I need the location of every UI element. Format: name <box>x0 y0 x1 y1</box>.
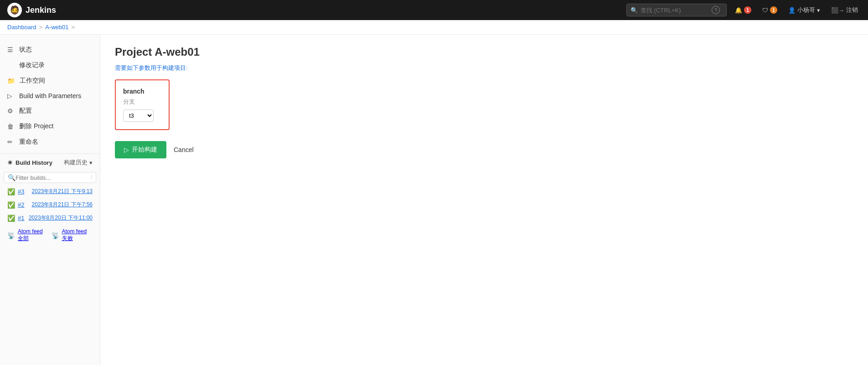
sidebar-label-rename: 重命名 <box>19 138 38 146</box>
filter-slash: / <box>91 174 92 181</box>
sidebar-icon-build-with-params: ▷ <box>7 92 15 100</box>
notifications-button[interactable]: 🔔 1 <box>732 5 754 16</box>
filter-search-icon: 🔍 <box>8 174 16 181</box>
user-menu-button[interactable]: 👤 小杨哥 ▾ <box>785 4 823 16</box>
page-title: Project A-web01 <box>115 46 853 58</box>
build-time-build-2[interactable]: 2023年8月21日 下午7:56 <box>32 201 93 209</box>
build-history-title: ☀ Build History <box>7 159 52 166</box>
build-item-left: ✅ #2 <box>7 201 24 209</box>
user-name: 小杨哥 <box>797 6 815 14</box>
breadcrumb-sep-2: > <box>72 24 75 31</box>
cancel-button[interactable]: Cancel <box>172 142 196 158</box>
sidebar-label-status: 状态 <box>19 46 32 54</box>
breadcrumb-project[interactable]: A-web01 <box>45 24 68 31</box>
param-box: branch 分支 t3maindev <box>115 79 170 130</box>
build-time-build-1[interactable]: 2023年8月20日 下午11:00 <box>29 214 93 222</box>
build-list-item-build-3[interactable]: ✅ #3 2023年8月21日 下午9:13 <box>0 185 100 198</box>
atom-feed-row: 📡 Atom feed 全部 📡 Atom feed 失败 <box>0 225 100 246</box>
sun-icon: ☀ <box>7 159 13 166</box>
sidebar-label-build-with-params: Build with Parameters <box>19 92 81 100</box>
param-branch-name: branch <box>123 88 161 95</box>
sidebar-icon-rename: ✏ <box>7 138 15 146</box>
build-button-label: 开始构建 <box>132 146 157 154</box>
build-success-icon: ✅ <box>7 188 15 195</box>
shield-icon: 🛡 <box>762 7 768 14</box>
sidebar-item-workspace[interactable]: 📁工作空间 <box>0 73 100 89</box>
logout-icon: ⬛→ <box>831 7 844 14</box>
security-button[interactable]: 🛡 1 <box>760 5 780 16</box>
chevron-down-icon: ▾ <box>89 159 93 166</box>
action-row: ▷ 开始构建 Cancel <box>115 141 853 158</box>
logout-button[interactable]: ⬛→ 注销 <box>828 4 861 16</box>
build-num-build-1[interactable]: #1 <box>18 215 24 221</box>
atom-icon-1: 📡 <box>7 232 15 239</box>
sidebar-icon-status: ☰ <box>7 46 15 53</box>
sidebar-item-rename[interactable]: ✏重命名 <box>0 134 100 150</box>
sidebar-icon-workspace: 📁 <box>7 77 15 84</box>
jenkins-logo[interactable]: 🧔 Jenkins <box>7 3 56 17</box>
build-list-item-build-2[interactable]: ✅ #2 2023年8月21日 下午7:56 <box>0 198 100 211</box>
atom-icon-2: 📡 <box>52 232 59 239</box>
breadcrumb: Dashboard > A-web01 > <box>0 20 868 35</box>
filter-builds-input[interactable] <box>16 174 91 181</box>
sidebar-label-workspace: 工作空间 <box>20 77 45 85</box>
help-icon[interactable]: ? <box>712 6 720 14</box>
sidebar-item-delete[interactable]: 🗑删除 Project <box>0 119 100 134</box>
build-history-section: ☀ Build History 构建历史 ▾ 🔍 / ✅ #3 2023年8月2… <box>0 153 100 246</box>
build-item-left: ✅ #1 <box>7 215 24 222</box>
sidebar-item-status[interactable]: ☰状态 <box>0 42 100 58</box>
search-icon: 🔍 <box>630 7 638 14</box>
build-button[interactable]: ▷ 开始构建 <box>115 141 166 158</box>
search-input[interactable] <box>641 7 709 14</box>
branch-select[interactable]: t3maindev <box>123 110 154 122</box>
filter-input-wrap: 🔍 / <box>4 172 96 183</box>
user-icon: 👤 <box>788 7 796 14</box>
sidebar-item-build-with-params[interactable]: ▷Build with Parameters <box>0 89 100 103</box>
build-history-header: ☀ Build History 构建历史 ▾ <box>0 153 100 170</box>
sidebar-item-config[interactable]: ⚙配置 <box>0 103 100 119</box>
breadcrumb-dashboard[interactable]: Dashboard <box>7 24 36 31</box>
main-content: Project A-web01 需要如下参数用于构建项目: branch 分支 … <box>100 35 868 365</box>
top-nav: 🧔 Jenkins 🔍 ? 🔔 1 🛡 1 👤 小杨哥 ▾ ⬛→ 注销 <box>0 0 868 20</box>
build-item-left: ✅ #3 <box>7 188 24 195</box>
main-layout: ☰状态修改记录📁工作空间▷Build with Parameters⚙配置🗑删除… <box>0 35 868 365</box>
sidebar-item-changes[interactable]: 修改记录 <box>0 58 100 73</box>
build-num-build-2[interactable]: #2 <box>18 201 24 208</box>
build-history-label: Build History <box>16 159 52 166</box>
sidebar-icon-delete: 🗑 <box>7 123 15 130</box>
build-history-link-label: 构建历史 <box>64 158 88 167</box>
sidebar-label-changes: 修改记录 <box>19 61 45 69</box>
logout-label: 注销 <box>846 6 858 14</box>
jenkins-icon: 🧔 <box>7 3 22 17</box>
sidebar: ☰状态修改记录📁工作空间▷Build with Parameters⚙配置🗑删除… <box>0 35 100 365</box>
build-history-link[interactable]: 构建历史 ▾ <box>64 158 93 167</box>
sidebar-label-config: 配置 <box>19 107 32 115</box>
jenkins-title: Jenkins <box>26 5 56 15</box>
notification-badge: 1 <box>744 6 751 14</box>
build-num-build-3[interactable]: #3 <box>18 188 24 195</box>
search-box[interactable]: 🔍 ? <box>626 4 727 16</box>
play-icon: ▷ <box>124 146 129 153</box>
atom-feed-all-link[interactable]: Atom feed 全部 <box>18 228 49 242</box>
build-success-icon: ✅ <box>7 215 15 222</box>
sidebar-icon-config: ⚙ <box>7 107 15 115</box>
bell-icon: 🔔 <box>735 7 742 14</box>
build-list-item-build-1[interactable]: ✅ #1 2023年8月20日 下午11:00 <box>0 211 100 225</box>
security-badge: 1 <box>770 6 777 14</box>
build-time-build-3[interactable]: 2023年8月21日 下午9:13 <box>32 188 93 195</box>
build-success-icon: ✅ <box>7 201 15 209</box>
atom-feed-fail-link[interactable]: Atom feed 失败 <box>62 228 93 242</box>
param-branch-label: 分支 <box>123 98 161 106</box>
chevron-down-icon: ▾ <box>817 7 820 14</box>
breadcrumb-sep-1: > <box>39 24 43 31</box>
sidebar-label-delete: 删除 Project <box>19 122 53 131</box>
build-description: 需要如下参数用于构建项目: <box>115 64 853 72</box>
